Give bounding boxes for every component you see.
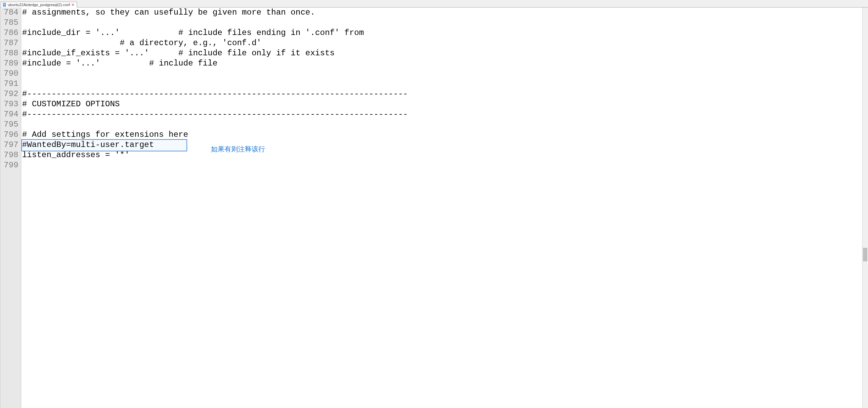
tab-close-button[interactable] (71, 3, 75, 6)
line-number: 786 (4, 28, 18, 38)
line-number: 789 (4, 58, 18, 69)
line-number: 798 (4, 150, 18, 160)
tab-filename: ubuntu22Aiotedge_postgresql(2).conf (8, 3, 70, 7)
line-number: 784 (4, 7, 18, 18)
code-line[interactable]: #---------------------------------------… (22, 89, 868, 99)
code-line[interactable]: #include_if_exists = '...' # include fil… (22, 48, 868, 58)
code-line[interactable] (22, 18, 868, 28)
code-area[interactable]: # assignments, so they can usefully be g… (21, 7, 868, 408)
line-number: 796 (4, 130, 18, 140)
svg-rect-3 (3, 5, 5, 5)
file-icon (2, 3, 6, 7)
code-line[interactable] (22, 119, 868, 130)
vertical-scrollbar[interactable] (862, 7, 868, 408)
line-number: 791 (4, 79, 18, 89)
code-line[interactable]: # a directory, e.g., 'conf.d' (22, 38, 868, 48)
line-number: 795 (4, 119, 18, 130)
line-number: 788 (4, 48, 18, 58)
code-line[interactable] (22, 79, 868, 89)
editor-container: 7847857867877887897907917927937947957967… (0, 7, 868, 408)
code-line[interactable]: # assignments, so they can usefully be g… (22, 7, 868, 18)
code-line[interactable]: #WantedBy=multi-user.target (22, 140, 868, 150)
line-number: 794 (4, 109, 18, 119)
svg-rect-0 (3, 3, 6, 6)
code-line[interactable]: # Add settings for extensions here (22, 130, 868, 140)
line-number: 799 (4, 160, 18, 170)
line-number: 785 (4, 18, 18, 28)
code-line[interactable]: #include = '...' # include file (22, 58, 868, 69)
line-number: 790 (4, 69, 18, 79)
line-number: 787 (4, 38, 18, 48)
svg-rect-2 (3, 4, 5, 5)
code-line[interactable]: #---------------------------------------… (22, 109, 868, 119)
tab-bar: ubuntu22Aiotedge_postgresql(2).conf (0, 0, 868, 7)
line-number: 792 (4, 89, 18, 99)
svg-rect-1 (3, 4, 5, 4)
file-tab[interactable]: ubuntu22Aiotedge_postgresql(2).conf (1, 2, 77, 7)
line-number: 797 (4, 140, 18, 150)
code-line[interactable] (22, 160, 868, 170)
scrollbar-thumb[interactable] (863, 248, 867, 261)
line-number-gutter: 7847857867877887897907917927937947957967… (0, 7, 21, 408)
code-line[interactable]: # CUSTOMIZED OPTIONS (22, 99, 868, 109)
line-number: 793 (4, 99, 18, 109)
code-line[interactable] (22, 69, 868, 79)
code-line[interactable]: #include_dir = '...' # include files end… (22, 28, 868, 38)
code-line[interactable]: listen_addresses = '*' (22, 150, 868, 160)
